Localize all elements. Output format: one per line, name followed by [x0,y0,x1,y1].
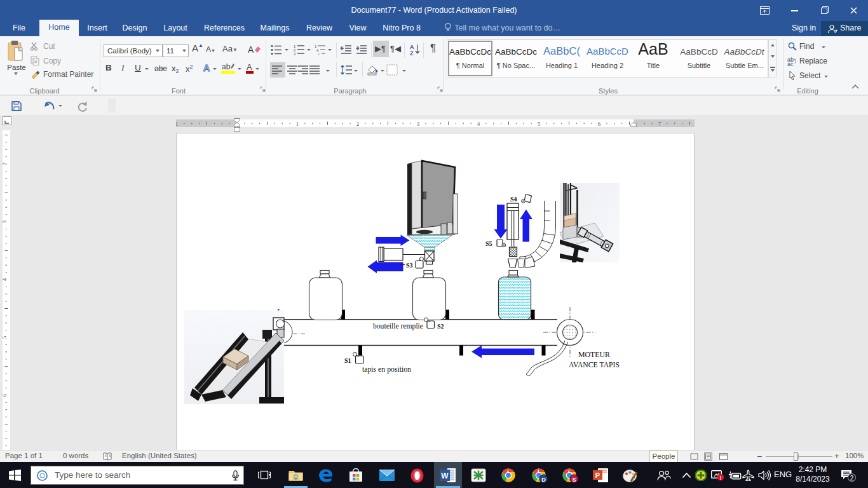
svg-text:tapis en position: tapis en position [362,365,412,374]
svg-text:Z: Z [410,50,414,56]
svg-text:4: 4 [3,278,8,281]
svg-text:2: 2 [850,475,854,482]
svg-text:ac: ac [787,61,794,66]
svg-text:P: P [595,471,600,479]
svg-text:5: 5 [3,336,8,339]
svg-text:6: 6 [3,393,8,396]
svg-text:i: i [318,52,319,55]
svg-text:bouteille remplie: bouteille remplie [373,322,423,330]
svg-text:S5: S5 [485,240,492,247]
svg-text:3: 3 [3,220,8,223]
svg-text:1: 1 [175,121,179,127]
svg-text:S4: S4 [510,196,517,203]
svg-text:4: 4 [477,121,480,127]
svg-text:6: 6 [598,121,601,127]
svg-text:2: 2 [3,163,8,166]
svg-text:AVANCE TAPIS: AVANCE TAPIS [569,360,620,369]
svg-text:S1: S1 [344,357,351,364]
svg-text:MOTEUR: MOTEUR [578,350,611,359]
svg-text:A: A [248,44,254,55]
svg-text:1: 1 [296,121,299,127]
svg-text:A: A [410,44,414,50]
svg-text:7: 7 [658,121,661,127]
svg-text:3: 3 [294,52,296,55]
svg-text:S2: S2 [437,323,444,330]
svg-text:5: 5 [538,121,541,127]
svg-text:3: 3 [417,121,420,127]
svg-text:D: D [541,477,546,483]
svg-text:2: 2 [356,121,360,127]
svg-text:S: S [572,477,576,483]
svg-text:S3: S3 [406,262,413,269]
svg-text:!: ! [720,475,722,481]
svg-text:W: W [441,471,449,480]
